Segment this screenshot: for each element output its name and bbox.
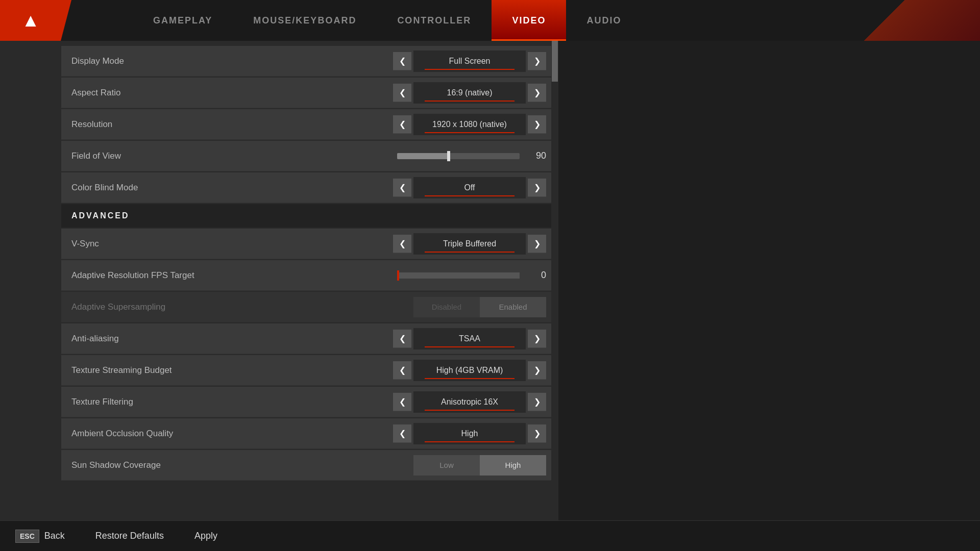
color-blind-control: ❮ Off ❯ [393,177,546,198]
tab-video[interactable]: VIDEO [492,0,566,41]
tab-gameplay[interactable]: GAMEPLAY [133,0,233,41]
resolution-prev[interactable]: ❮ [393,115,411,134]
fov-slider-thumb [447,151,450,161]
logo: ▲ [21,10,40,31]
adaptive-res-fps-label: Adaptive Resolution FPS Target [66,270,397,281]
aspect-ratio-next[interactable]: ❯ [528,84,546,102]
main-content: Display Mode ❮ Full Screen ❯ Aspect Rati… [0,41,980,520]
advanced-section-title: ADVANCED [71,211,129,220]
restore-defaults-button[interactable]: Restore Defaults [95,531,164,541]
setting-display-mode: Display Mode ❮ Full Screen ❯ [61,46,551,77]
texture-streaming-control: ❮ High (4GB VRAM) ❯ [393,360,546,381]
adaptive-res-fps-control: 0 [397,270,546,281]
scrollbar[interactable] [551,41,558,520]
ambient-occlusion-underline [425,441,514,442]
resolution-next[interactable]: ❯ [528,115,546,134]
ambient-occlusion-value-box: High [413,423,526,444]
aspect-ratio-control: ❮ 16:9 (native) ❯ [393,82,546,104]
display-mode-label: Display Mode [66,56,393,66]
texture-streaming-next[interactable]: ❯ [528,361,546,380]
fov-slider-fill [397,153,449,159]
vsync-underline [425,252,514,253]
setting-color-blind: Color Blind Mode ❮ Off ❯ [61,172,551,203]
anti-aliasing-value-box: TSAA [413,328,526,349]
adaptive-supersampling-disabled[interactable]: Disabled [413,297,480,317]
adaptive-supersampling-label: Adaptive Supersampling [66,302,413,312]
sun-shadow-low[interactable]: Low [413,455,480,475]
color-blind-prev[interactable]: ❮ [393,179,411,197]
adaptive-supersampling-toggle: Disabled Enabled [413,297,546,317]
adaptive-res-fps-track[interactable] [397,272,520,279]
texture-filtering-label: Texture Filtering [66,397,393,407]
display-mode-control: ❮ Full Screen ❯ [393,51,546,72]
texture-filtering-value: Anisotropic 16X [441,397,498,407]
ambient-occlusion-prev[interactable]: ❮ [393,424,411,443]
fov-value: 90 [526,151,546,161]
tab-controller[interactable]: CONTROLLER [377,0,492,41]
ambient-occlusion-control: ❮ High ❯ [393,423,546,444]
texture-streaming-value-box: High (4GB VRAM) [413,360,526,381]
texture-filtering-prev[interactable]: ❮ [393,393,411,411]
back-text: Back [44,531,65,541]
aspect-ratio-value-box: 16:9 (native) [413,82,526,104]
display-mode-underline [425,69,514,70]
fov-label: Field of View [66,151,397,161]
anti-aliasing-control: ❮ TSAA ❯ [393,328,546,349]
vsync-prev[interactable]: ❮ [393,235,411,253]
resolution-control: ❮ 980 x 551 (native) ❯ [393,114,546,135]
nav-tabs: GAMEPLAY MOUSE/KEYBOARD CONTROLLER VIDEO… [133,0,642,41]
display-mode-prev[interactable]: ❮ [393,52,411,70]
texture-filtering-underline [425,410,514,411]
fov-slider-track[interactable] [397,153,520,159]
color-blind-next[interactable]: ❯ [528,179,546,197]
ambient-occlusion-next[interactable]: ❯ [528,424,546,443]
adaptive-res-fps-value: 0 [526,270,546,281]
scrollbar-thumb [552,41,558,82]
vsync-label: V-Sync [66,239,393,249]
ambient-occlusion-value: High [461,429,478,438]
anti-aliasing-underline [425,346,514,347]
texture-filtering-value-box: Anisotropic 16X [413,391,526,413]
aspect-ratio-prev[interactable]: ❮ [393,84,411,102]
fov-control: 90 [397,151,546,161]
bottom-bar: ESC Back Restore Defaults Apply [0,520,980,551]
sun-shadow-high[interactable]: High [480,455,546,475]
setting-aspect-ratio: Aspect Ratio ❮ 16:9 (native) ❯ [61,78,551,108]
setting-adaptive-supersampling: Adaptive Supersampling Disabled Enabled [61,292,551,322]
anti-aliasing-next[interactable]: ❯ [528,330,546,348]
setting-adaptive-res-fps: Adaptive Resolution FPS Target 0 [61,260,551,291]
adaptive-supersampling-enabled[interactable]: Enabled [480,297,546,317]
adaptive-res-fps-cursor [397,270,399,281]
vsync-value: Triple Buffered [443,239,496,248]
setting-texture-filtering: Texture Filtering ❮ Anisotropic 16X ❯ [61,387,551,417]
tab-audio[interactable]: AUDIO [566,0,642,41]
texture-streaming-underline [425,378,514,379]
texture-filtering-control: ❮ Anisotropic 16X ❯ [393,391,546,413]
color-blind-label: Color Blind Mode [66,183,393,193]
esc-key-label: ESC [15,530,39,543]
setting-fov: Field of View 90 [61,141,551,171]
vsync-next[interactable]: ❯ [528,235,546,253]
texture-streaming-prev[interactable]: ❮ [393,361,411,380]
vsync-control: ❮ Triple Buffered ❯ [393,233,546,255]
anti-aliasing-prev[interactable]: ❮ [393,330,411,348]
display-mode-next[interactable]: ❯ [528,52,546,70]
ambient-occlusion-label: Ambient Occlusion Quality [66,429,393,439]
setting-sun-shadow: Sun Shadow Coverage Low High [61,450,551,481]
setting-resolution: Resolution ❮ 980 x 551 (native) ❯ [61,109,551,140]
resolution-label: Resolution [66,119,393,130]
right-panel [558,41,980,520]
aspect-ratio-label: Aspect Ratio [66,88,393,98]
display-mode-value: Full Screen [449,57,491,66]
color-blind-underline [425,195,514,196]
resolution-value-box: 980 x 551 (native) [413,114,526,135]
setting-vsync: V-Sync ❮ Triple Buffered ❯ [61,229,551,259]
back-button[interactable]: ESC Back [15,530,65,543]
apply-button[interactable]: Apply [194,531,217,541]
tab-mouse-keyboard[interactable]: MOUSE/KEYBOARD [233,0,377,41]
setting-anti-aliasing: Anti-aliasing ❮ TSAA ❯ [61,323,551,354]
texture-filtering-next[interactable]: ❯ [528,393,546,411]
header-accent [827,0,980,41]
setting-texture-streaming: Texture Streaming Budget ❮ High (4GB VRA… [61,355,551,386]
setting-ambient-occlusion: Ambient Occlusion Quality ❮ High ❯ [61,418,551,449]
